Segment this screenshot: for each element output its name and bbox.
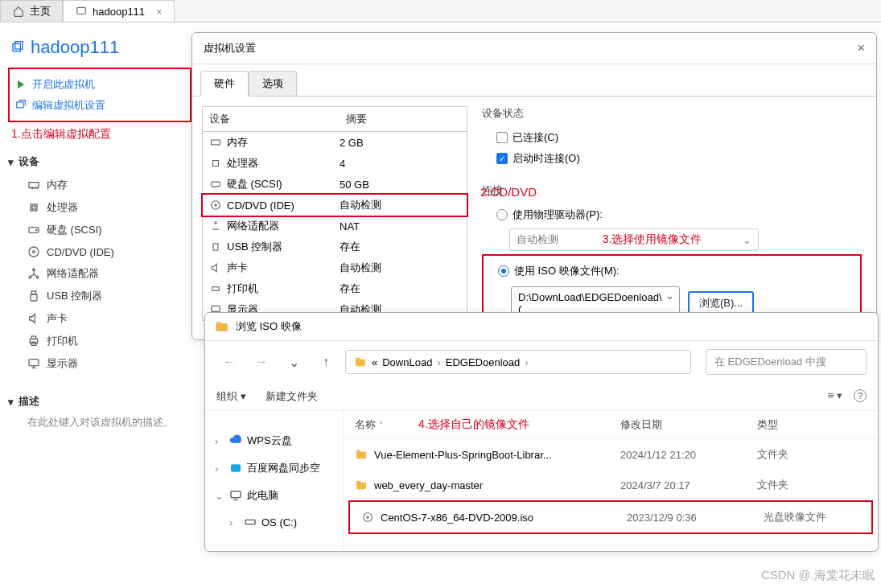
- hw-row-cpu[interactable]: 处理器4: [203, 153, 467, 174]
- sidebar-item-printer[interactable]: 打印机: [8, 330, 191, 352]
- search-input[interactable]: 在 EDGEDoenload 中搜: [706, 349, 867, 375]
- col-name[interactable]: 名称: [355, 417, 376, 432]
- hw-row-sound[interactable]: 声卡自动检测: [203, 257, 467, 278]
- chevron-right-icon: ›: [525, 356, 528, 368]
- list-item[interactable]: web_every_day-master 2024/3/7 20:17 文件夹: [344, 470, 878, 500]
- svg-rect-20: [212, 140, 220, 145]
- svg-rect-27: [212, 287, 219, 291]
- chevron-down-icon: ⌄: [743, 234, 751, 246]
- desc-header[interactable]: ▾ 描述: [8, 389, 191, 413]
- tree-wps[interactable]: ›WPS云盘: [212, 427, 336, 454]
- svg-point-8: [36, 229, 37, 230]
- connected-checkbox[interactable]: 已连接(C): [482, 127, 862, 148]
- tab-options[interactable]: 选项: [249, 71, 297, 96]
- radio-checked-icon: [498, 265, 509, 277]
- tree-pc[interactable]: ⌄此电脑: [212, 482, 336, 509]
- close-icon[interactable]: ×: [156, 6, 163, 18]
- connection-title: 连接: [482, 183, 862, 198]
- printer-icon: [209, 282, 222, 295]
- cpu-icon: [27, 201, 40, 214]
- use-iso-radio[interactable]: 使用 ISO 映像文件(M):: [487, 261, 857, 282]
- hw-row-memory[interactable]: 内存2 GB: [203, 132, 467, 153]
- cpu-icon: [209, 157, 222, 170]
- svg-rect-3: [17, 102, 23, 108]
- sidebar-item-sound[interactable]: 声卡: [8, 307, 191, 330]
- svg-rect-4: [29, 183, 39, 188]
- help-button[interactable]: ?: [854, 389, 867, 402]
- tab-hardware[interactable]: 硬件: [200, 71, 249, 97]
- disk-icon: [209, 178, 222, 191]
- hw-row-disk[interactable]: 硬盘 (SCSI)50 GB: [203, 174, 467, 195]
- folder-icon: [354, 356, 367, 368]
- list-item-iso[interactable]: CentOS-7-x86_64-DVD-2009.iso 2023/12/9 0…: [350, 502, 871, 532]
- checkbox-checked-icon: ✓: [496, 153, 508, 164]
- disk-icon: [27, 224, 40, 236]
- col-type[interactable]: 类型: [757, 417, 854, 432]
- folder-open-icon: [215, 320, 228, 333]
- svg-rect-29: [231, 464, 241, 471]
- hw-row-cddvd[interactable]: CD/DVD (IDE)自动检测: [203, 195, 467, 216]
- devices-header[interactable]: ▾ 设备: [8, 150, 191, 174]
- nav-forward-button[interactable]: →: [249, 351, 274, 373]
- sidebar-item-cddvd[interactable]: CD/DVD (IDE): [8, 241, 191, 262]
- col-summary: 摘要: [340, 107, 373, 131]
- tree-baidu[interactable]: ›百度网盘同步空: [212, 454, 336, 482]
- nav-back-button[interactable]: ←: [216, 351, 242, 373]
- sidebar-item-network[interactable]: 网络适配器: [8, 262, 191, 285]
- cloud-icon: [229, 462, 242, 475]
- svg-rect-19: [29, 360, 39, 366]
- watermark: CSDN @.海棠花未眠: [761, 568, 875, 583]
- power-on-link[interactable]: 开启此虚拟机: [14, 74, 187, 95]
- dialog-title: 虚拟机设置: [204, 41, 256, 56]
- chevron-right-icon: ›: [437, 356, 440, 368]
- pc-icon: [229, 489, 242, 502]
- vm-title-text: hadoop111: [31, 37, 119, 58]
- power-on-label: 开启此虚拟机: [32, 77, 95, 92]
- svg-rect-21: [213, 161, 219, 167]
- memory-icon: [209, 136, 222, 149]
- sidebar-item-display[interactable]: 显示器: [8, 352, 191, 375]
- dialog-close-icon[interactable]: ×: [858, 41, 865, 56]
- hw-row-usb[interactable]: USB 控制器存在: [203, 236, 467, 257]
- vm-title-icon: [11, 41, 24, 54]
- disc-icon: [27, 245, 40, 258]
- chevron-down-icon: ▾: [8, 156, 14, 168]
- annotation-step3: 3.选择使用镜像文件: [603, 232, 702, 247]
- col-date[interactable]: 修改日期: [620, 417, 757, 432]
- hw-row-network[interactable]: 网络适配器NAT: [203, 216, 467, 236]
- autoconnect-checkbox[interactable]: ✓启动时连接(O): [482, 148, 862, 169]
- edit-settings-link[interactable]: 编辑虚拟机设置: [14, 95, 187, 116]
- annotation-step1: 1.点击编辑虚拟配置: [8, 124, 191, 150]
- edit-icon: [14, 99, 27, 112]
- svg-rect-6: [32, 206, 35, 209]
- organize-button[interactable]: 组织 ▾: [216, 389, 246, 404]
- chevron-right-icon: ›: [215, 435, 224, 447]
- sidebar-item-cpu[interactable]: 处理器: [8, 196, 191, 219]
- sidebar-item-memory[interactable]: 内存: [8, 174, 191, 196]
- radio-icon: [496, 209, 508, 220]
- desc-hint[interactable]: 在此处键入对该虚拟机的描述。: [8, 413, 191, 430]
- svg-point-11: [33, 269, 35, 271]
- physical-drive-select[interactable]: 自动检测 3.选择使用镜像文件 ⌄: [509, 228, 759, 251]
- chevron-down-icon[interactable]: ⌄: [281, 351, 307, 373]
- use-physical-radio[interactable]: 使用物理驱动器(P):: [482, 204, 862, 225]
- network-icon: [209, 220, 222, 232]
- new-folder-button[interactable]: 新建文件夹: [266, 389, 318, 404]
- view-options-button[interactable]: ≡ ▾: [828, 389, 842, 404]
- disc-file-icon: [361, 511, 374, 524]
- sound-icon: [209, 261, 222, 274]
- play-icon: [14, 78, 27, 91]
- hw-row-printer[interactable]: 打印机存在: [203, 278, 467, 299]
- home-icon: [12, 5, 25, 18]
- tab-vm[interactable]: hadoop111 ×: [63, 0, 175, 22]
- tree-osc[interactable]: ›OS (C:): [226, 509, 336, 535]
- sidebar-item-usb[interactable]: USB 控制器: [8, 285, 191, 307]
- svg-point-23: [212, 201, 220, 210]
- tab-home[interactable]: 主页: [0, 0, 63, 22]
- folder-tree: ›WPS云盘 ›百度网盘同步空 ⌄此电脑 ›OS (C:): [205, 411, 344, 551]
- list-item[interactable]: Vue-Element-Plus-SpringBoot-Librar... 20…: [344, 439, 878, 470]
- svg-point-32: [364, 513, 373, 522]
- sidebar-item-disk[interactable]: 硬盘 (SCSI): [8, 219, 191, 241]
- nav-up-button[interactable]: ↑: [313, 351, 339, 373]
- breadcrumb[interactable]: « DownLoad › EDGEDoenload ›: [345, 350, 691, 374]
